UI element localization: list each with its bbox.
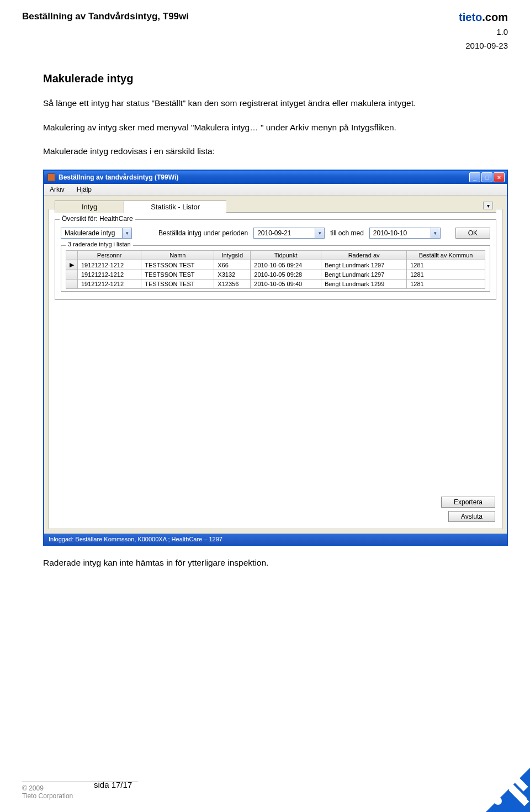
date-to-value: 2010-10-10 bbox=[370, 229, 431, 237]
cell: 1281 bbox=[407, 260, 485, 270]
document-title: Beställning av Tandvårdsintyg, T99wi bbox=[22, 11, 189, 22]
type-combo-value: Makulerade intyg bbox=[61, 229, 122, 237]
chevron-down-icon[interactable]: ▾ bbox=[315, 228, 324, 238]
cell: X12356 bbox=[214, 280, 251, 289]
paragraph-1: Så länge ett intyg har status "Beställt"… bbox=[43, 97, 508, 109]
logo-blue: tieto bbox=[459, 11, 482, 23]
cell: 2010-10-05 09:24 bbox=[251, 260, 321, 270]
menu-bar: Arkiv Hjälp bbox=[44, 184, 507, 196]
cell: TESTSSON TEST bbox=[141, 260, 214, 270]
table-row[interactable]: 19121212-1212TESTSSON TESTX31322010-10-0… bbox=[66, 270, 485, 280]
cell: 19121212-1212 bbox=[78, 280, 141, 289]
logo-black: .com bbox=[482, 11, 508, 23]
status-bar: Inloggad: Beställare Kommsson, K00000XA … bbox=[44, 534, 507, 545]
copyright-company: Tieto Corporation bbox=[22, 792, 508, 800]
svg-point-4 bbox=[494, 797, 502, 805]
overview-legend: Översikt för: HealthCare bbox=[60, 215, 135, 223]
tab-statistik-listor[interactable]: Statistik - Listor bbox=[124, 201, 227, 213]
window-icon bbox=[47, 173, 55, 181]
menu-hjalp[interactable]: Hjälp bbox=[77, 186, 92, 193]
paragraph-2: Makulering av intyg sker med menyval "Ma… bbox=[43, 122, 508, 134]
tab-dropdown-button[interactable]: ▾ bbox=[483, 202, 493, 209]
table-row[interactable]: 19121212-1212TESTSSON TESTX123562010-10-… bbox=[66, 280, 485, 289]
cell: Bengt Lundmark 1299 bbox=[321, 280, 407, 289]
cell: X3132 bbox=[214, 270, 251, 280]
menu-arkiv[interactable]: Arkiv bbox=[50, 186, 65, 193]
results-legend: 3 raderade intyg i listan bbox=[66, 241, 133, 247]
results-table: Personnr Namn IntygsId Tidpunkt Raderad … bbox=[66, 250, 485, 289]
cell: Bengt Lundmark 1297 bbox=[321, 260, 407, 270]
results-groupbox: 3 raderade intyg i listan Personnr Namn … bbox=[61, 245, 490, 292]
minimize-button[interactable]: _ bbox=[469, 172, 480, 182]
table-row[interactable]: ▶19121212-1212TESTSSON TESTX662010-10-05… bbox=[66, 260, 485, 270]
maximize-button[interactable]: □ bbox=[481, 172, 492, 182]
col-raderad-av[interactable]: Raderad av bbox=[321, 251, 407, 260]
overview-groupbox: Översikt för: HealthCare Makulerade inty… bbox=[55, 219, 496, 300]
avsluta-button[interactable]: Avsluta bbox=[448, 511, 495, 522]
cell: 1281 bbox=[407, 280, 485, 289]
date-from-value: 2010-09-21 bbox=[254, 229, 315, 237]
col-tidpunkt[interactable]: Tidpunkt bbox=[251, 251, 321, 260]
export-button[interactable]: Exportera bbox=[441, 497, 495, 508]
cell: 2010-10-05 09:40 bbox=[251, 280, 321, 289]
date-to-input[interactable]: 2010-10-10 ▾ bbox=[369, 228, 441, 239]
col-namn[interactable]: Namn bbox=[141, 251, 214, 260]
tab-spacer: ▾ bbox=[226, 201, 496, 213]
cell: 19121212-1212 bbox=[78, 260, 141, 270]
cell: TESTSSON TEST bbox=[141, 270, 214, 280]
chevron-down-icon[interactable]: ▾ bbox=[122, 228, 131, 238]
chevron-down-icon[interactable]: ▾ bbox=[431, 228, 440, 238]
document-version: 1.0 bbox=[22, 27, 508, 36]
type-combo[interactable]: Makulerade intyg ▾ bbox=[61, 228, 132, 239]
section-heading: Makulerade intyg bbox=[43, 72, 508, 85]
col-marker bbox=[66, 251, 78, 260]
window-titlebar: Beställning av tandvårdsintyg (T99Wi) _ … bbox=[44, 171, 507, 184]
row-marker bbox=[66, 280, 78, 289]
cell: X66 bbox=[214, 260, 251, 270]
row-marker: ▶ bbox=[66, 260, 78, 270]
close-button[interactable]: × bbox=[494, 172, 505, 182]
tieto-corner-logo bbox=[464, 746, 530, 812]
period-label: Beställda intyg under perioden bbox=[158, 229, 248, 237]
col-intygsid[interactable]: IntygsId bbox=[214, 251, 251, 260]
window-title: Beställning av tandvårdsintyg (T99Wi) bbox=[59, 173, 178, 181]
paragraph-4: Raderade intyg kan inte hämtas in för yt… bbox=[43, 557, 508, 569]
cell: TESTSSON TEST bbox=[141, 280, 214, 289]
tab-container: Intyg Statistik - Listor ▾ Översikt för:… bbox=[49, 209, 502, 529]
app-window: Beställning av tandvårdsintyg (T99Wi) _ … bbox=[43, 170, 508, 546]
table-header-row: Personnr Namn IntygsId Tidpunkt Raderad … bbox=[66, 251, 485, 260]
cell: 1281 bbox=[407, 270, 485, 280]
cell: 19121212-1212 bbox=[78, 270, 141, 280]
between-label: till och med bbox=[330, 229, 364, 237]
tab-intyg[interactable]: Intyg bbox=[55, 201, 124, 213]
cell: Bengt Lundmark 1297 bbox=[321, 270, 407, 280]
ok-button[interactable]: OK bbox=[455, 228, 490, 239]
date-from-input[interactable]: 2010-09-21 ▾ bbox=[253, 228, 325, 239]
page-footer: sida 17/17 © 2009 Tieto Corporation bbox=[22, 780, 508, 800]
row-marker bbox=[66, 270, 78, 280]
cell: 2010-10-05 09:28 bbox=[251, 270, 321, 280]
col-bestallt-av-kommun[interactable]: Beställt av Kommun bbox=[407, 251, 485, 260]
document-date: 2010-09-23 bbox=[22, 41, 508, 50]
tieto-logo-text: tieto.com bbox=[459, 11, 508, 24]
paragraph-3: Makulerade intyg redovisas i en särskild… bbox=[43, 145, 508, 157]
col-personnr[interactable]: Personnr bbox=[78, 251, 141, 260]
